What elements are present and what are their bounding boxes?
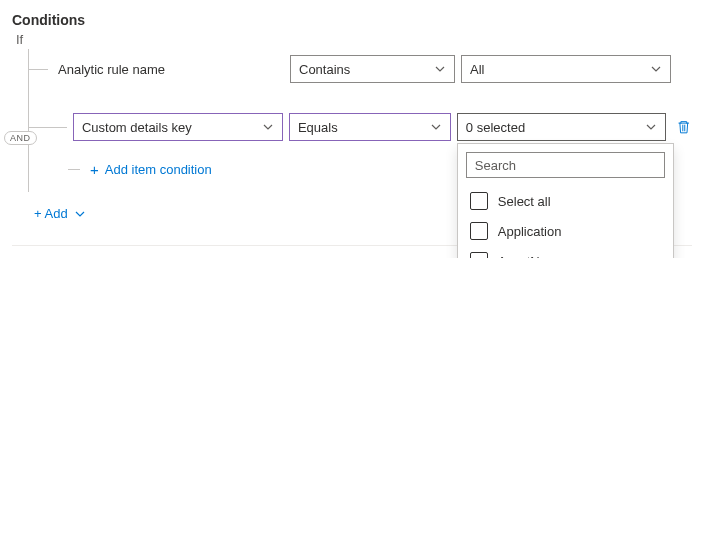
operator-value: Contains (299, 62, 350, 77)
search-wrap (458, 144, 673, 186)
plus-icon: + (90, 161, 99, 178)
search-input[interactable] (466, 152, 665, 178)
options-list[interactable]: Select allApplicationAssetNameAssetPathA… (458, 186, 673, 258)
option[interactable]: Application (458, 216, 673, 246)
if-label: If (16, 32, 692, 47)
condition-row: Analytic rule name Contains All (20, 49, 692, 89)
add-label: + Add (34, 206, 68, 221)
trash-icon[interactable] (676, 119, 692, 135)
option-label: Select all (498, 194, 551, 209)
property-label: Analytic rule name (54, 62, 284, 77)
checkbox[interactable] (470, 192, 488, 210)
connector (28, 69, 48, 70)
condition-row: Custom details key Equals 0 selected Sel… (20, 107, 692, 147)
option-label: AssetName (498, 254, 565, 259)
multiselect[interactable]: 0 selected Select allApplicationAssetNam… (457, 113, 667, 141)
dropdown-panel: Select allApplicationAssetNameAssetPathA… (457, 143, 674, 258)
connector (68, 169, 80, 170)
multiselect-value: 0 selected (466, 120, 525, 135)
value-text: All (470, 62, 484, 77)
operator-select[interactable]: Equals (289, 113, 451, 141)
add-item-condition[interactable]: + Add item condition (86, 153, 212, 186)
checkbox[interactable] (470, 222, 488, 240)
chevron-down-icon (434, 63, 446, 75)
add-item-label: Add item condition (105, 162, 212, 177)
property-value: Custom details key (82, 120, 192, 135)
and-badge: AND (4, 131, 37, 145)
operator-select[interactable]: Contains (290, 55, 455, 83)
property-select[interactable]: Custom details key (73, 113, 283, 141)
conditions-tree: AND Analytic rule name Contains All Cust… (12, 49, 692, 192)
option[interactable]: AssetName (458, 246, 673, 258)
checkbox[interactable] (470, 252, 488, 258)
option-label: Application (498, 224, 562, 239)
chevron-down-icon (645, 121, 657, 133)
chevron-down-icon (74, 208, 86, 220)
value-select[interactable]: All (461, 55, 671, 83)
chevron-down-icon (262, 121, 274, 133)
chevron-down-icon (650, 63, 662, 75)
connector (28, 127, 67, 128)
section-title: Conditions (12, 12, 692, 28)
operator-value: Equals (298, 120, 338, 135)
chevron-down-icon (430, 121, 442, 133)
option[interactable]: Select all (458, 186, 673, 216)
